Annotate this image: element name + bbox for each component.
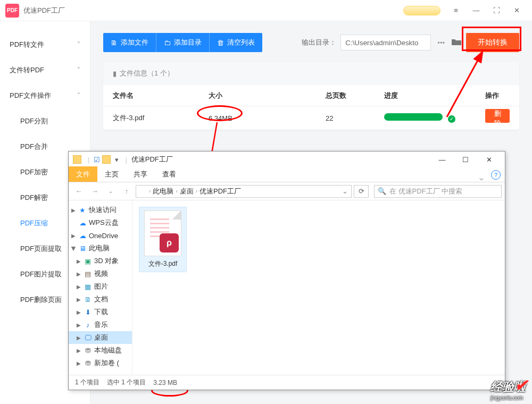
nav-up-icon[interactable]: ↑ xyxy=(120,184,134,198)
start-convert-button[interactable]: 开始转换 xyxy=(466,33,519,52)
folder-plus-icon: 🗀 xyxy=(164,39,171,47)
vip-badge[interactable] xyxy=(403,6,440,15)
open-folder-icon[interactable] xyxy=(451,38,462,48)
tree-caret-icon: ▶ xyxy=(76,335,81,341)
sidebar-item[interactable]: PDF文件操作˄ xyxy=(0,83,90,108)
help-icon[interactable]: ? xyxy=(491,170,501,180)
breadcrumb[interactable]: 桌面 xyxy=(180,187,194,196)
folder-icon xyxy=(73,155,81,164)
menu-icon[interactable]: ≡ xyxy=(450,5,462,16)
sidebar-item-label: PDF文件操作 xyxy=(10,91,51,100)
tree-item[interactable]: ▶⛃新加卷 ( xyxy=(69,357,132,369)
nav-tree: ▶★快速访问☁WPS云盘▶☁OneDrive⯆🖥此电脑▶▣3D 对象▶▤视频▶▦… xyxy=(69,200,132,375)
video-icon: ▤ xyxy=(84,270,92,278)
tree-item-label: 文档 xyxy=(94,294,108,304)
tree-item-label: WPS云盘 xyxy=(89,218,119,228)
cloud-icon: ☁ xyxy=(78,218,87,227)
status-bar: 1 个项目 选中 1 个项目 3.23 MB xyxy=(69,375,505,390)
tree-item[interactable]: ☁WPS云盘 xyxy=(69,216,132,229)
sidebar-item-label: PDF页面提取 xyxy=(20,244,62,254)
pdf-badge-icon: ρ xyxy=(160,233,179,252)
tree-item[interactable]: ▶▦图片 xyxy=(69,280,132,293)
disk-icon: ⛃ xyxy=(84,359,92,367)
ribbon-tab-share[interactable]: 共享 xyxy=(126,166,155,182)
sidebar-item-label: PDF解密 xyxy=(20,193,48,203)
titlebar-separator: | xyxy=(88,156,89,164)
file-name: 文件-3.pdf xyxy=(143,259,183,268)
status-count: 1 个项目 xyxy=(75,378,99,387)
tree-item-label: 下载 xyxy=(94,307,108,317)
nav-back-icon[interactable]: ← xyxy=(72,184,86,198)
watermark: 经验啦 ✔ jingyanla.com xyxy=(491,379,526,401)
refresh-icon[interactable]: ⟳ xyxy=(354,185,369,198)
tree-item[interactable]: ⯆🖥此电脑 xyxy=(69,242,132,255)
output-path-input[interactable] xyxy=(340,35,431,50)
explorer-window: | ☑ ▾ | 优速PDF工厂 — ☐ ✕ 文件 主页 共享 查看 ⌵ ? ← … xyxy=(68,151,505,390)
trash-icon: 🗑 xyxy=(217,39,224,47)
tree-item[interactable]: ▶🖵桌面 xyxy=(69,331,132,344)
nav-recent-icon[interactable]: ⌄ xyxy=(104,184,118,198)
tree-item[interactable]: ▶▣3D 对象 xyxy=(69,255,132,267)
address-bar[interactable]: › 此电脑 › 桌面 › 优速PDF工厂 ⌄ xyxy=(136,185,352,198)
close-icon[interactable]: ✕ xyxy=(511,5,522,16)
tree-item-label: 此电脑 xyxy=(89,243,110,253)
win-minimize-icon[interactable]: — xyxy=(430,153,454,166)
add-dir-button[interactable]: 🗀 添加目录 xyxy=(156,33,209,52)
add-file-button[interactable]: 🗎 添加文件 xyxy=(103,33,156,52)
col-name: 文件名 xyxy=(113,91,209,100)
titlebar-separator: | xyxy=(125,156,127,164)
sidebar-item[interactable]: 文件转PDF˅ xyxy=(0,57,90,83)
tree-item-label: 快速访问 xyxy=(89,205,117,215)
tree-caret-icon: ▶ xyxy=(76,297,81,302)
fullscreen-icon[interactable]: ⛶ xyxy=(491,5,502,16)
more-path-icon[interactable]: ••• xyxy=(435,39,447,47)
tree-item[interactable]: ▶▤视频 xyxy=(69,267,132,280)
win-close-icon[interactable]: ✕ xyxy=(477,153,501,166)
file-pane[interactable]: ρ 文件-3.pdf xyxy=(132,200,505,375)
image-icon: ▦ xyxy=(84,282,92,291)
ribbon-tab-home[interactable]: 主页 xyxy=(97,166,126,182)
tree-item[interactable]: ▶★快速访问 xyxy=(69,204,132,216)
dropdown-icon[interactable]: ▾ xyxy=(115,156,119,164)
search-icon: 🔍 xyxy=(378,187,386,195)
sidebar-item[interactable]: PDF分割 xyxy=(0,108,90,134)
clear-list-button[interactable]: 🗑 清空列表 xyxy=(209,33,262,52)
file-item[interactable]: ρ 文件-3.pdf xyxy=(139,207,187,272)
tree-item[interactable]: ▶⛃本地磁盘 xyxy=(69,344,132,357)
tree-item[interactable]: ▶♪音乐 xyxy=(69,318,132,331)
check-icon: ☑ xyxy=(94,156,100,164)
tree-item[interactable]: ▶🗎文档 xyxy=(69,293,132,306)
chevron-icon: ˅ xyxy=(77,41,80,48)
chevron-icon: ˄ xyxy=(77,92,80,99)
status-size: 3.23 MB xyxy=(153,379,177,386)
folder-icon xyxy=(139,188,147,195)
breadcrumb[interactable]: 优速PDF工厂 xyxy=(200,187,241,196)
status-selected: 选中 1 个项目 xyxy=(107,378,146,387)
breadcrumb-sep-icon: › xyxy=(149,188,151,194)
win-maximize-icon[interactable]: ☐ xyxy=(454,153,477,166)
col-size: 大小 xyxy=(209,91,326,100)
address-dropdown-icon[interactable]: ⌄ xyxy=(342,187,348,195)
ribbon-expand-icon[interactable]: ⌵ xyxy=(474,174,489,182)
pdf-thumbnail: ρ xyxy=(144,211,181,256)
tree-caret-icon: ▶ xyxy=(76,284,81,290)
col-action: 操作 xyxy=(485,91,510,100)
tree-item[interactable]: ▶⬇下载 xyxy=(69,306,132,318)
tree-item[interactable]: ▶☁OneDrive xyxy=(69,229,132,242)
ribbon-tab-file[interactable]: 文件 xyxy=(69,166,97,182)
delete-button[interactable]: 删除 xyxy=(485,109,510,123)
sidebar-item-label: PDF合并 xyxy=(20,142,48,152)
nav-forward-icon[interactable]: → xyxy=(88,184,102,198)
cloud-icon: ☁ xyxy=(78,231,87,240)
sidebar-item[interactable]: PDF转文件˅ xyxy=(0,32,90,57)
table-row: 文件-3.pdf 6.34MB 22 ✓ 删除 xyxy=(103,106,519,130)
search-box[interactable]: 🔍 在 优速PDF工厂 中搜索 xyxy=(374,185,502,198)
ribbon-tab-view[interactable]: 查看 xyxy=(155,166,184,182)
tree-caret-icon: ▶ xyxy=(76,360,81,366)
breadcrumb[interactable]: 此电脑 xyxy=(153,187,173,196)
panel-header: ▮ 文件信息（1 个） xyxy=(103,62,519,85)
explorer-titlebar[interactable]: | ☑ ▾ | 优速PDF工厂 — ☐ ✕ xyxy=(69,152,505,167)
minimize-icon[interactable]: — xyxy=(470,5,482,16)
search-placeholder: 在 优速PDF工厂 中搜索 xyxy=(389,187,462,196)
cell-progress: ✓ xyxy=(384,113,485,123)
